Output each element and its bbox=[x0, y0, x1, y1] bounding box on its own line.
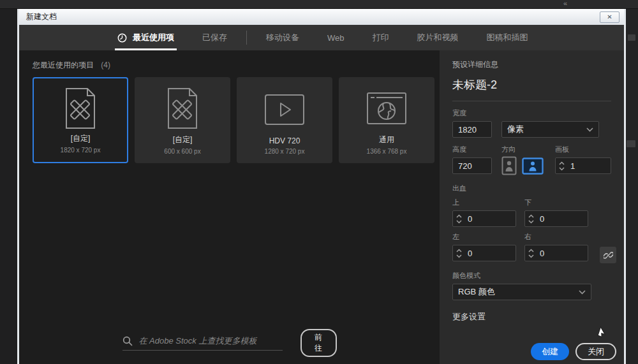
artboard-label: 画板 bbox=[555, 145, 611, 154]
create-button[interactable]: 创建 bbox=[531, 343, 569, 360]
stepper-chevrons[interactable] bbox=[528, 214, 534, 224]
tab-recent[interactable]: 最近使用项 bbox=[103, 25, 188, 50]
bleed-label: 出血 bbox=[452, 184, 611, 193]
link-icon bbox=[604, 251, 613, 260]
bleed-right-stepper[interactable]: 0 bbox=[524, 245, 588, 261]
bleed-left-stepper[interactable]: 0 bbox=[452, 245, 516, 261]
custom-document-icon bbox=[62, 87, 99, 129]
preset-details-heading: 预设详细信息 bbox=[452, 59, 611, 70]
dialog-close-button[interactable]: ✕ bbox=[600, 11, 619, 23]
category-tabbar: 最近使用项 已保存 移动设备 Web 打印 胶片和视频 图稿和插图 bbox=[19, 25, 624, 50]
tab-label: 胶片和视频 bbox=[417, 32, 459, 43]
tab-label: 图稿和插图 bbox=[487, 32, 528, 43]
background-ui-fragment bbox=[627, 140, 635, 147]
link-bleed-values-button[interactable] bbox=[600, 247, 616, 263]
background-app-right-strip bbox=[626, 9, 638, 364]
bleed-top-stepper[interactable]: 0 bbox=[452, 210, 516, 227]
recent-items-count: (4) bbox=[101, 61, 110, 69]
document-title-input[interactable]: 未标题-2 bbox=[452, 77, 611, 92]
width-input[interactable]: 1820 bbox=[452, 121, 492, 138]
height-label: 高度 bbox=[452, 145, 492, 154]
chevron-down-icon bbox=[586, 127, 593, 132]
tab-art-illustration[interactable]: 图稿和插图 bbox=[473, 25, 542, 50]
bleed-left-value: 0 bbox=[468, 249, 472, 258]
stepper-chevrons[interactable] bbox=[528, 249, 534, 258]
template-dimensions: 600 x 600 px bbox=[164, 148, 200, 155]
landscape-orientation-icon bbox=[522, 157, 544, 175]
background-app-top-strip: « bbox=[0, 0, 638, 9]
web-browser-icon bbox=[366, 92, 407, 125]
tab-film-video[interactable]: 胶片和视频 bbox=[403, 25, 473, 50]
clock-icon bbox=[117, 33, 127, 43]
template-name: [自定] bbox=[71, 133, 91, 144]
artboard-value: 1 bbox=[570, 161, 575, 171]
bleed-top-value: 0 bbox=[468, 214, 472, 224]
preset-details-panel: 预设详细信息 未标题-2 宽度 1820 像素 高度 720 bbox=[440, 50, 624, 364]
dialog-title: 新建文档 bbox=[26, 11, 600, 22]
bleed-right-label: 右 bbox=[524, 232, 588, 242]
dialog-titlebar: 新建文档 ✕ bbox=[19, 9, 624, 25]
custom-document-icon bbox=[164, 87, 201, 129]
background-collapse-glyph: « bbox=[563, 0, 567, 7]
tab-divider bbox=[246, 31, 247, 45]
bleed-bottom-stepper[interactable]: 0 bbox=[524, 210, 588, 227]
orientation-label: 方向 bbox=[501, 145, 544, 154]
new-document-dialog: 新建文档 ✕ 最近使用项 已保存 移动设备 Web 打印 胶片和视频 图稿和插图 bbox=[17, 9, 626, 364]
portrait-orientation-icon bbox=[501, 156, 517, 175]
panel-divider bbox=[452, 101, 611, 101]
orientation-landscape-button[interactable] bbox=[522, 157, 544, 175]
background-ui-fragment bbox=[628, 34, 635, 41]
template-dimensions: 1280 x 720 px bbox=[265, 148, 305, 155]
tab-mobile[interactable]: 移动设备 bbox=[252, 25, 313, 50]
color-mode-value: RGB 颜色 bbox=[458, 286, 495, 298]
search-placeholder: 在 Adobe Stock 上查找更多模板 bbox=[139, 335, 257, 347]
chevron-down-icon bbox=[579, 290, 586, 295]
stepper-chevrons[interactable] bbox=[456, 214, 462, 224]
more-settings-button[interactable]: 更多设置 bbox=[452, 311, 611, 323]
bleed-bottom-label: 下 bbox=[524, 198, 588, 207]
tab-label: 已保存 bbox=[202, 32, 227, 43]
recent-items-heading: 您最近使用的项目 (4) bbox=[33, 60, 110, 71]
tab-label: 打印 bbox=[373, 32, 389, 43]
template-card-custom-1820[interactable]: [自定] 1820 x 720 px bbox=[33, 77, 128, 163]
close-icon: ✕ bbox=[607, 13, 612, 20]
close-button[interactable]: 关闭 bbox=[575, 343, 616, 360]
go-button[interactable]: 前往 bbox=[300, 329, 337, 357]
tab-label: 最近使用项 bbox=[133, 32, 174, 43]
template-card-hdv-720[interactable]: HDV 720 1280 x 720 px bbox=[237, 77, 332, 163]
template-card-list: [自定] 1820 x 720 px bbox=[33, 77, 434, 163]
color-mode-select[interactable]: RGB 颜色 bbox=[452, 284, 591, 300]
search-icon bbox=[122, 336, 133, 346]
video-icon bbox=[264, 94, 305, 126]
stepper-chevrons[interactable] bbox=[456, 249, 462, 258]
bleed-top-label: 上 bbox=[452, 198, 516, 207]
adobe-stock-search: 在 Adobe Stock 上查找更多模板 前往 bbox=[122, 329, 337, 357]
unit-select[interactable]: 像素 bbox=[501, 121, 599, 138]
tab-saved[interactable]: 已保存 bbox=[188, 25, 241, 50]
template-name: 通用 bbox=[379, 135, 394, 145]
stock-search-input[interactable]: 在 Adobe Stock 上查找更多模板 bbox=[122, 335, 283, 351]
width-label: 宽度 bbox=[452, 108, 611, 118]
tab-web[interactable]: Web bbox=[313, 25, 359, 50]
artboard-stepper[interactable]: 1 bbox=[555, 157, 611, 174]
bleed-left-label: 左 bbox=[452, 232, 516, 242]
height-input[interactable]: 720 bbox=[452, 157, 492, 174]
stepper-chevrons[interactable] bbox=[559, 161, 565, 171]
bleed-right-value: 0 bbox=[540, 249, 544, 258]
template-card-common[interactable]: 通用 1366 x 768 px bbox=[339, 77, 434, 163]
template-dimensions: 1820 x 720 px bbox=[61, 147, 101, 154]
template-name: HDV 720 bbox=[269, 136, 300, 145]
orientation-portrait-button[interactable] bbox=[501, 156, 517, 175]
tab-label: Web bbox=[327, 33, 345, 43]
color-mode-label: 颜色模式 bbox=[452, 271, 611, 280]
template-dimensions: 1366 x 768 px bbox=[367, 148, 407, 155]
tab-print[interactable]: 打印 bbox=[359, 25, 403, 50]
unit-value: 像素 bbox=[507, 124, 524, 135]
tab-label: 移动设备 bbox=[266, 32, 299, 43]
recent-items-area: 您最近使用的项目 (4) [自定 bbox=[19, 50, 440, 364]
template-card-custom-600[interactable]: [自定] 600 x 600 px bbox=[135, 77, 230, 163]
bleed-bottom-value: 0 bbox=[540, 214, 544, 224]
template-name: [自定] bbox=[173, 135, 193, 145]
